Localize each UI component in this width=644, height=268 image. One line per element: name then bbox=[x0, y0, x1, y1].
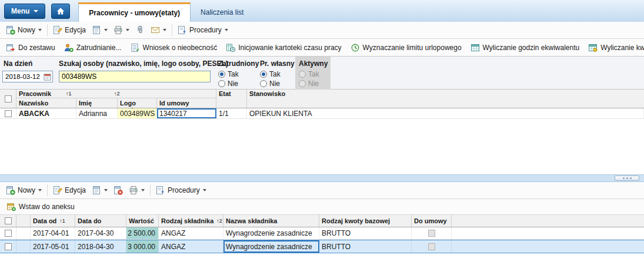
grip-icon bbox=[630, 177, 632, 179]
menu-button[interactable]: Menu bbox=[4, 4, 45, 19]
absence-request-icon bbox=[130, 43, 139, 52]
cell-data-do[interactable]: 2018-04-30 bbox=[75, 240, 126, 253]
select-all-checkbox[interactable] bbox=[5, 217, 12, 224]
cell-wartosc[interactable]: 3 000.00 bbox=[126, 240, 159, 253]
component-row-selected[interactable]: 2017-05-01 2018-04-30 3 000.00 ANGAZ Wyn… bbox=[0, 240, 644, 253]
search-input[interactable] bbox=[59, 71, 211, 82]
column-header-etat[interactable]: Etat bbox=[216, 90, 247, 108]
hire-person-icon bbox=[64, 43, 74, 52]
procedures-button[interactable]: Procedury bbox=[175, 23, 231, 37]
radio-icon bbox=[299, 71, 306, 78]
cell-id-umowy[interactable]: 1340217 bbox=[157, 108, 216, 118]
employed-no-radio[interactable]: Nie bbox=[218, 79, 238, 88]
cell-stanowisko[interactable]: OPIEKUN KLIENTA bbox=[247, 108, 644, 118]
sort-indicator-2: ↑2 bbox=[114, 91, 120, 97]
own-worker-yes-radio[interactable]: Tak bbox=[260, 70, 281, 79]
select-all-checkbox[interactable] bbox=[5, 95, 12, 102]
date-filter-label: Na dzień bbox=[4, 59, 32, 68]
panel-splitter[interactable] bbox=[0, 174, 644, 182]
tab-pracownicy-umowy[interactable]: Pracownicy - umowy(etaty) bbox=[78, 2, 191, 22]
print-button[interactable] bbox=[126, 183, 148, 197]
limit-urlopowy-button[interactable]: Wyznaczanie limitu urlopowego bbox=[347, 41, 465, 55]
home-button[interactable] bbox=[51, 4, 70, 19]
cell-etat[interactable]: 1/1 bbox=[216, 108, 247, 118]
cell-data-od[interactable]: 2017-04-01 bbox=[31, 227, 75, 239]
inicjowanie-kartoteki-button[interactable]: Inicjowanie kartoteki czasu pracy bbox=[222, 41, 345, 55]
procedures-label: Procedury bbox=[189, 26, 222, 34]
cell-do-umowy[interactable] bbox=[412, 240, 452, 253]
radio-icon bbox=[260, 71, 267, 78]
row-checkbox[interactable] bbox=[5, 110, 12, 117]
radio-icon bbox=[218, 80, 225, 87]
cell-data-od[interactable]: 2017-05-01 bbox=[31, 240, 75, 253]
tab-strip: Pracownicy - umowy(etaty) Naliczenia lis… bbox=[78, 2, 253, 22]
column-header-rodzaj-kwoty[interactable]: Rodzaj kwoty bazowej bbox=[319, 215, 412, 227]
employed-yes-radio[interactable]: Tak bbox=[218, 70, 239, 79]
column-header-wartosc[interactable]: Wartość bbox=[126, 215, 159, 227]
active-yes-radio: Tak bbox=[299, 70, 319, 79]
grip-icon bbox=[623, 177, 625, 179]
new-button[interactable]: Nowy bbox=[3, 183, 45, 197]
cell-nazwa-skladnika[interactable]: Wynagrodzenie zasadnicze bbox=[223, 240, 319, 253]
column-header-nazwisko[interactable]: Nazwisko bbox=[16, 98, 76, 108]
kwota-ekwiwalentu-button[interactable]: Wyliczanie kwoty ekwiwalentu bbox=[585, 41, 644, 55]
delete-button[interactable] bbox=[111, 183, 126, 197]
tab-naliczenia-list[interactable]: Naliczenia list bbox=[191, 2, 253, 22]
edit-button[interactable]: Edycja bbox=[50, 183, 89, 197]
insert-annex-button[interactable]: Wstaw do aneksu bbox=[3, 200, 78, 214]
column-header-do-umowy[interactable]: Do umowy bbox=[412, 215, 452, 227]
send-button[interactable] bbox=[148, 23, 169, 37]
column-header-nazwa-skladnika[interactable]: Nazwa składnika bbox=[223, 215, 319, 227]
cell-rodzaj-kwoty[interactable]: BRUTTO bbox=[319, 240, 412, 253]
select-all-cell[interactable] bbox=[0, 90, 16, 108]
cell-do-umowy[interactable] bbox=[412, 227, 452, 239]
component-row[interactable]: 2017-04-01 2017-04-30 2 500.00 ANGAZ Wyn… bbox=[0, 227, 644, 240]
sort-indicator-1: ↑1 bbox=[59, 218, 65, 224]
column-header-pracownik[interactable]: Pracownik ↑1 ↑2 bbox=[16, 90, 216, 98]
cell-nazwa-skladnika[interactable]: Wynagrodzenie zasadnicze bbox=[223, 227, 319, 239]
employees-grid-empty-area[interactable] bbox=[0, 119, 644, 174]
column-header-data-od[interactable]: Data od↑1 bbox=[31, 215, 75, 227]
column-header-rodzaj-skladnika[interactable]: Rodzaj składnika↑2 bbox=[159, 215, 223, 227]
cell-wartosc[interactable]: 2 500.00 bbox=[126, 227, 159, 239]
chevron-down-icon bbox=[163, 29, 166, 31]
column-header-id-umowy[interactable]: Id umowy bbox=[157, 98, 216, 108]
column-header-logo-osoby[interactable]: Logo osoby bbox=[118, 98, 157, 108]
row-select-cell[interactable] bbox=[0, 240, 16, 253]
cell-nazwisko[interactable]: ABACKA bbox=[16, 108, 76, 118]
printer-icon bbox=[114, 25, 123, 35]
open-form-button[interactable] bbox=[89, 23, 111, 37]
cell-rodzaj-skladnika[interactable]: ANGAZ bbox=[159, 227, 223, 239]
new-button[interactable]: Nowy bbox=[3, 23, 45, 37]
cell-rodzaj-skladnika[interactable]: ANGAZ bbox=[159, 240, 223, 253]
row-checkbox[interactable] bbox=[5, 230, 12, 237]
own-worker-no-radio[interactable]: Nie bbox=[260, 79, 280, 88]
column-header-data-do[interactable]: Data do bbox=[75, 215, 126, 227]
top-bar: Menu Pracownicy - umowy(etaty) Naliczeni… bbox=[0, 0, 644, 22]
date-picker-button[interactable] bbox=[42, 71, 52, 82]
splitter-handle-button[interactable] bbox=[615, 176, 639, 181]
zatrudnianie-button[interactable]: Zatrudnianie... bbox=[61, 41, 125, 55]
cell-data-do[interactable]: 2017-04-30 bbox=[75, 227, 126, 239]
godziny-ekwiwalentu-button[interactable]: Wyliczanie godzin ekwiwalentu bbox=[467, 41, 583, 55]
cell-rodzaj-kwoty[interactable]: BRUTTO bbox=[319, 227, 412, 239]
column-header-stanowisko[interactable]: Stanowisko bbox=[247, 90, 644, 108]
open-form-button[interactable] bbox=[89, 183, 111, 197]
procedures-button[interactable]: Procedury bbox=[153, 183, 209, 197]
row-select-cell[interactable] bbox=[0, 227, 16, 239]
wniosek-nieobecnosc-button[interactable]: Wniosek o nieobecność bbox=[126, 41, 221, 55]
select-all-cell[interactable] bbox=[0, 215, 16, 227]
do-zestawu-button[interactable]: Do zestawu bbox=[2, 41, 59, 55]
print-button[interactable] bbox=[111, 23, 132, 37]
date-input[interactable] bbox=[3, 73, 42, 80]
cell-logo-osoby[interactable]: 003489WS bbox=[118, 108, 157, 118]
row-checkbox[interactable] bbox=[5, 243, 12, 250]
row-select-cell[interactable] bbox=[0, 108, 16, 118]
cell-imie[interactable]: Adrianna bbox=[76, 108, 118, 118]
employee-row[interactable]: ABACKA Adrianna 003489WS 1340217 1/1 OPI… bbox=[0, 108, 644, 119]
sort-indicator-2: ↑2 bbox=[216, 218, 222, 224]
paperclip-icon bbox=[135, 25, 145, 35]
attachments-button[interactable] bbox=[132, 23, 148, 37]
column-header-imie[interactable]: Imię bbox=[76, 98, 118, 108]
edit-button[interactable]: Edycja bbox=[50, 23, 89, 37]
